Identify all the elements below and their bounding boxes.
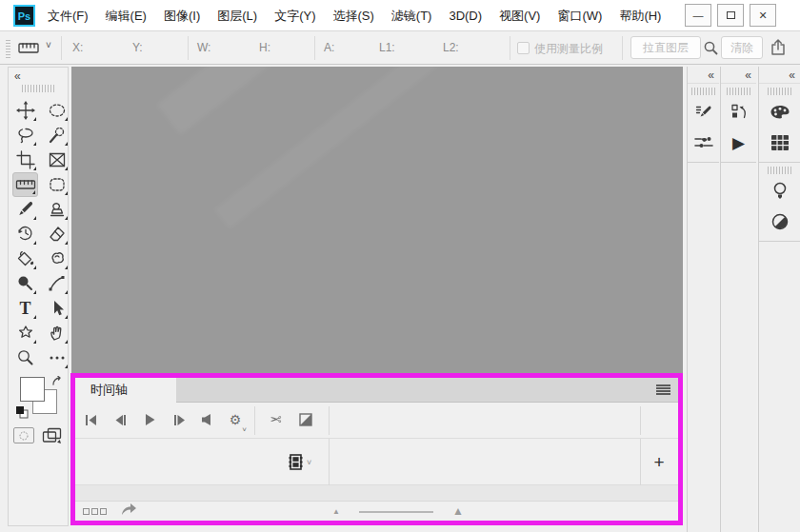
timeline-settings-button[interactable]: ⚙ ˅ bbox=[222, 406, 249, 433]
collapse-tools-icon[interactable]: « bbox=[14, 69, 20, 83]
play-button[interactable] bbox=[136, 406, 163, 433]
film-icon bbox=[289, 454, 303, 470]
color-panel-icon[interactable] bbox=[759, 97, 800, 128]
clone-stamp-tool[interactable] bbox=[44, 197, 70, 222]
close-button[interactable]: ✕ bbox=[750, 4, 776, 27]
y-field-label: Y: bbox=[132, 41, 143, 54]
menu-image[interactable]: 图像(I) bbox=[162, 6, 202, 27]
panel-menu-icon[interactable] bbox=[656, 384, 670, 395]
tab-timeline[interactable]: 时间轴 bbox=[75, 378, 176, 403]
type-tool[interactable]: T bbox=[12, 296, 38, 321]
move-tool[interactable] bbox=[12, 98, 38, 123]
w-field-label: W: bbox=[197, 41, 210, 54]
go-to-next-frame-button[interactable] bbox=[166, 406, 192, 433]
collapse-panel-icon[interactable]: « bbox=[789, 69, 794, 82]
menu-3d[interactable]: 3D(D) bbox=[447, 7, 484, 25]
smudge-tool[interactable] bbox=[44, 246, 70, 271]
use-measurement-scale-checkbox[interactable] bbox=[517, 42, 530, 54]
ruler-tool[interactable] bbox=[12, 172, 38, 197]
hand-tool[interactable] bbox=[44, 321, 70, 345]
menu-file[interactable]: 文件(F) bbox=[46, 6, 90, 27]
scissors-icon: ✂ bbox=[270, 411, 282, 428]
transition-button[interactable] bbox=[292, 406, 319, 433]
menu-select[interactable]: 选择(S) bbox=[330, 6, 375, 27]
pen-tool[interactable] bbox=[44, 271, 70, 296]
paint-bucket-tool[interactable] bbox=[12, 246, 38, 271]
tool-preset-chevron-icon[interactable]: ˅ bbox=[46, 40, 51, 50]
brush-tool[interactable] bbox=[12, 197, 38, 222]
timeline-bottom-bar: ▲ ▲ bbox=[75, 502, 678, 521]
share-icon[interactable] bbox=[770, 39, 787, 60]
convert-to-frame-animation-button[interactable] bbox=[83, 508, 107, 515]
tools-panel-grip[interactable] bbox=[22, 85, 54, 92]
h-field-label: H: bbox=[259, 41, 270, 54]
learn-panel-icon[interactable] bbox=[759, 176, 800, 207]
close-icon: ✕ bbox=[758, 10, 767, 22]
video-track-menu[interactable]: ˅ bbox=[289, 454, 311, 470]
panel-grip[interactable] bbox=[768, 167, 792, 174]
add-media-button[interactable]: + bbox=[640, 439, 678, 485]
timeline-controls-row: ⚙ ˅ ✂ bbox=[75, 403, 678, 439]
panel-grip[interactable] bbox=[768, 88, 792, 95]
history-icon[interactable] bbox=[721, 97, 756, 128]
panel-column-color: « bbox=[758, 67, 800, 532]
menu-help[interactable]: 帮助(H) bbox=[617, 6, 663, 27]
dodge-tool[interactable] bbox=[12, 271, 38, 296]
maximize-button[interactable] bbox=[717, 4, 744, 27]
clear-button[interactable]: 清除 bbox=[721, 36, 763, 59]
history-brush-tool[interactable] bbox=[12, 222, 38, 246]
menu-edit[interactable]: 编辑(E) bbox=[104, 6, 149, 27]
gear-icon: ⚙ bbox=[230, 412, 242, 427]
go-to-first-frame-button[interactable] bbox=[77, 406, 104, 433]
default-colors-icon[interactable] bbox=[14, 404, 30, 424]
quick-mask-button[interactable] bbox=[13, 427, 34, 443]
l2-field-label: L2: bbox=[443, 41, 459, 54]
panel-grip[interactable] bbox=[691, 88, 716, 95]
menu-view[interactable]: 视图(V) bbox=[497, 6, 542, 27]
brushes-icon[interactable] bbox=[688, 128, 719, 158]
x-field-label: X: bbox=[72, 41, 83, 54]
screen-mode-button[interactable] bbox=[42, 427, 63, 448]
minimize-button[interactable]: — bbox=[685, 4, 711, 27]
search-icon[interactable] bbox=[703, 40, 719, 60]
zoom-in-icon[interactable]: ▲ bbox=[452, 504, 464, 518]
brush-settings-icon[interactable] bbox=[688, 97, 719, 128]
menu-layer[interactable]: 图层(L) bbox=[215, 6, 259, 27]
zoom-tool[interactable] bbox=[12, 345, 38, 370]
frame-tool[interactable] bbox=[44, 148, 70, 172]
go-to-previous-frame-button[interactable] bbox=[107, 406, 133, 433]
eraser-tool[interactable] bbox=[44, 222, 70, 246]
timeline-zoom-slider[interactable] bbox=[359, 511, 433, 513]
menu-type[interactable]: 文字(Y) bbox=[272, 6, 317, 27]
options-bar-grip[interactable] bbox=[6, 38, 10, 58]
elliptical-marquee-tool[interactable] bbox=[44, 98, 70, 123]
panel-grip[interactable] bbox=[727, 88, 751, 95]
lasso-tool[interactable] bbox=[12, 123, 38, 148]
swatches-panel-icon[interactable] bbox=[759, 128, 800, 158]
collapse-panel-icon[interactable]: « bbox=[745, 69, 750, 82]
panel-column-brushes: « bbox=[687, 67, 719, 532]
photoshop-logo: Ps bbox=[13, 5, 35, 27]
swap-colors-icon[interactable] bbox=[51, 376, 65, 393]
timeline-track-row: ˅ + bbox=[75, 439, 678, 485]
ruler-tool-preset[interactable] bbox=[18, 41, 41, 59]
quick-selection-tool[interactable] bbox=[44, 123, 70, 148]
use-measurement-scale-label: 使用测量比例 bbox=[534, 41, 603, 57]
actions-icon[interactable]: ▶ bbox=[721, 128, 756, 158]
zoom-out-icon[interactable]: ▲ bbox=[332, 507, 340, 516]
a-field-label: A: bbox=[324, 41, 334, 54]
foreground-color-swatch[interactable] bbox=[20, 377, 45, 402]
straighten-layer-button[interactable]: 拉直图层 bbox=[630, 36, 701, 59]
custom-shape-tool[interactable] bbox=[12, 321, 38, 345]
menu-window[interactable]: 窗口(W) bbox=[555, 6, 604, 27]
adjustments-panel-icon[interactable] bbox=[759, 207, 800, 237]
more-tools-icon[interactable] bbox=[44, 345, 70, 370]
collapse-panel-icon[interactable]: « bbox=[708, 69, 713, 82]
patch-tool[interactable] bbox=[44, 172, 70, 197]
crop-tool[interactable] bbox=[12, 148, 38, 172]
menu-filter[interactable]: 滤镜(T) bbox=[390, 6, 434, 27]
path-selection-tool[interactable] bbox=[44, 296, 70, 321]
split-at-playhead-button[interactable]: ✂ bbox=[262, 406, 289, 433]
render-video-shortcut-icon[interactable] bbox=[120, 502, 137, 520]
mute-audio-button[interactable] bbox=[193, 406, 220, 433]
